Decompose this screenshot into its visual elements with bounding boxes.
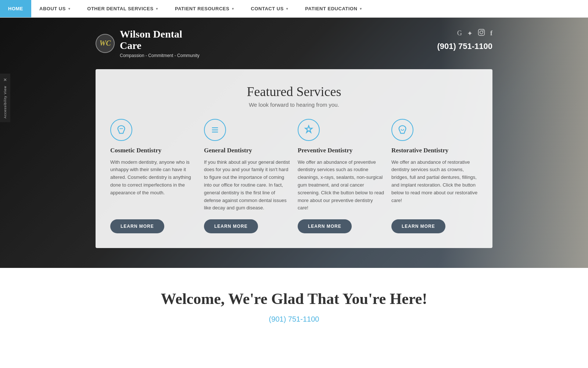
nav-other-services[interactable]: OTHER DENTAL SERVICES ▼ xyxy=(79,0,167,17)
logo-area: WC Wilson Dental Care Compassion - Commi… xyxy=(96,29,200,58)
cosmetic-learn-more[interactable]: LEARN MORE xyxy=(110,219,164,233)
nav-home[interactable]: HOME xyxy=(0,0,31,17)
social-icons: G ✦ f xyxy=(457,29,492,38)
svg-point-1 xyxy=(480,31,483,34)
services-grid: Cosmetic Dentistry With modern dentistry… xyxy=(110,119,478,234)
cosmetic-icon xyxy=(110,119,132,141)
welcome-section: Welcome, We're Glad That You're Here! (9… xyxy=(0,268,588,338)
chevron-down-icon: ▼ xyxy=(155,7,159,11)
logo-circle: WC xyxy=(96,34,115,53)
preventive-learn-more[interactable]: LEARN MORE xyxy=(298,219,352,233)
logo-text: Wilson Dental Care Compassion - Commitme… xyxy=(120,29,200,58)
svg-point-2 xyxy=(483,30,484,31)
featured-title: Featured Services xyxy=(110,84,478,99)
restorative-learn-more[interactable]: LEARN MORE xyxy=(391,219,445,233)
restorative-title: Restorative Dentistry xyxy=(391,147,448,154)
featured-subtitle: We look forward to hearing from you. xyxy=(110,102,478,108)
header-phone[interactable]: (901) 751-1100 xyxy=(437,42,492,51)
hero-section: WC Wilson Dental Care Compassion - Commi… xyxy=(0,18,588,268)
nav-contact[interactable]: CONTACT US ▼ xyxy=(243,0,297,17)
nav-patient-resources[interactable]: PATIENT RESOURCES ▼ xyxy=(167,0,243,17)
service-preventive: Preventive Dentistry We offer an abundan… xyxy=(298,119,384,234)
general-icon xyxy=(204,119,226,141)
main-nav: HOME ABOUT US ▼ OTHER DENTAL SERVICES ▼ … xyxy=(0,0,588,18)
preventive-icon xyxy=(298,119,320,141)
chevron-down-icon: ▼ xyxy=(68,7,71,11)
welcome-title: Welcome, We're Glad That You're Here! xyxy=(7,290,581,308)
yelp-icon[interactable]: ✦ xyxy=(467,29,473,38)
cosmetic-title: Cosmetic Dentistry xyxy=(110,147,161,154)
restorative-desc: We offer an abundance of restorative den… xyxy=(391,159,478,212)
chevron-down-icon: ▼ xyxy=(286,7,289,11)
accessibility-sidebar: ✕ Accessibility View xyxy=(0,74,10,122)
nav-patient-education[interactable]: PATIENT EDUCATION ▼ xyxy=(297,0,371,17)
cosmetic-desc: With modern dentistry, anyone who is unh… xyxy=(110,159,197,212)
instagram-icon[interactable] xyxy=(478,29,485,38)
service-general: General Dentistry If you think about all… xyxy=(204,119,290,234)
welcome-phone[interactable]: (901) 751-1100 xyxy=(7,315,581,323)
nav-about[interactable]: ABOUT US ▼ xyxy=(31,0,79,17)
restorative-icon xyxy=(391,119,413,141)
site-name: Wilson Dental Care xyxy=(120,29,200,52)
general-title: General Dentistry xyxy=(204,147,252,154)
accessibility-label: Accessibility View xyxy=(3,86,7,118)
chevron-down-icon: ▼ xyxy=(231,7,234,11)
general-learn-more[interactable]: LEARN MORE xyxy=(204,219,258,233)
preventive-desc: We offer an abundance of preventive dent… xyxy=(298,159,384,212)
hero-header: WC Wilson Dental Care Compassion - Commi… xyxy=(96,18,492,58)
chevron-down-icon: ▼ xyxy=(359,7,362,11)
header-right: G ✦ f (901) 751-1100 xyxy=(437,29,492,51)
service-restorative: Restorative Dentistry We offer an abunda… xyxy=(391,119,478,234)
google-icon[interactable]: G xyxy=(457,29,462,37)
hero-content: WC Wilson Dental Care Compassion - Commi… xyxy=(74,18,514,248)
featured-panel: Featured Services We look forward to hea… xyxy=(96,69,492,248)
svg-rect-0 xyxy=(478,29,485,36)
service-cosmetic: Cosmetic Dentistry With modern dentistry… xyxy=(110,119,197,234)
facebook-icon[interactable]: f xyxy=(490,29,492,37)
close-icon[interactable]: ✕ xyxy=(3,77,7,83)
logo-initials: WC xyxy=(99,39,111,47)
preventive-title: Preventive Dentistry xyxy=(298,147,352,154)
site-tagline: Compassion - Commitment - Community xyxy=(120,53,200,58)
general-desc: If you think about all your general dent… xyxy=(204,159,290,212)
